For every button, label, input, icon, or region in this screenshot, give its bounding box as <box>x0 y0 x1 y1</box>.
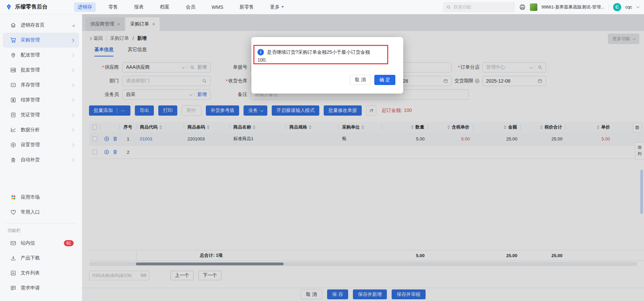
sidebar-item-tool-3[interactable]: 需求申请 <box>3 281 79 296</box>
logo-text: 乐檬零售后台 <box>15 3 48 11</box>
top-menu: 进销存零售报表档案会员WMS新零售更多 <box>74 2 288 12</box>
top-menu-item-5[interactable]: WMS <box>208 3 227 12</box>
divider <box>609 4 609 10</box>
chevron-right-icon <box>71 143 74 147</box>
wholesale-icon <box>10 67 16 73</box>
dialog-message: 是否继续订货?采购订单金额25小于最小订货金额 <box>267 48 370 56</box>
dialog-cancel-button[interactable]: 取 消 <box>350 75 371 85</box>
chevron-right-icon <box>71 53 74 57</box>
sidebar-item-label: 库存管理 <box>21 82 40 88</box>
sidebar-item-main-7[interactable]: 数据分析 <box>3 122 79 137</box>
search-input[interactable]: 搜索功能 <box>443 2 515 12</box>
inventory-icon <box>10 82 16 88</box>
delivery-icon <box>10 52 16 58</box>
user-avatar[interactable]: C <box>613 3 621 11</box>
sidebar-item-tool-1[interactable]: 产品下载 <box>3 251 79 266</box>
top-menu-item-1[interactable]: 零售 <box>105 2 122 12</box>
dialog-message-line2: 100. <box>257 56 384 64</box>
top-menu-item-3[interactable]: 档案 <box>156 2 173 12</box>
unread-badge: 61 <box>64 240 74 246</box>
sidebar-item-main-5[interactable]: 结算管理 <box>3 93 79 107</box>
sidebar-item-label: 常用入口 <box>21 209 40 215</box>
search-icon <box>446 5 451 10</box>
search-placeholder: 搜索功能 <box>453 4 471 10</box>
voucher-icon <box>10 112 16 118</box>
user-name[interactable]: cqc <box>625 4 632 10</box>
sidebar-item-main-2[interactable]: 配送管理 <box>3 48 79 63</box>
heart-icon <box>10 209 16 215</box>
info-icon: i <box>257 49 264 55</box>
chevron-right-icon <box>71 38 74 42</box>
sidebar-item-label: 批发管理 <box>21 67 40 73</box>
collapse-sidebar-icon[interactable]: « <box>72 22 74 28</box>
top-menu-item-7[interactable]: 更多 <box>266 2 288 12</box>
dialog-message-highlight: i 是否继续订货?采购订单金额25小于最小订货金额 100. <box>253 45 388 64</box>
sidebar-item-main-8[interactable]: 设置管理 <box>3 137 79 152</box>
chevron-right-icon <box>71 113 74 117</box>
tenant-name[interactable]: 99661-新界面果蔬版测试-管理... <box>541 4 605 10</box>
top-navbar: 乐檬零售后台 进销存零售报表档案会员WMS新零售更多 搜索功能 99661-新界… <box>0 0 644 14</box>
analytics-icon <box>10 127 16 133</box>
sidebar-item-label: 结算管理 <box>21 97 40 103</box>
sidebar-item-tool-0[interactable]: 站内信61 <box>3 236 79 251</box>
app-market-icon <box>10 194 16 200</box>
sidebar-item-main-6[interactable]: 凭证管理 <box>3 107 79 122</box>
chevron-right-icon <box>71 83 74 87</box>
caret-down-icon <box>281 6 284 9</box>
dialog-confirm-button[interactable]: 确 定 <box>374 75 395 85</box>
sidebar-item-label: 应用市场 <box>21 194 40 200</box>
settings-icon <box>10 142 16 148</box>
chevron-right-icon <box>71 98 74 102</box>
sidebar-item-tool-2[interactable]: 文件列表 <box>3 266 79 281</box>
tenant-avatar <box>530 3 537 11</box>
cart-icon <box>10 37 16 43</box>
sidebar-item-label: 自动补货 <box>21 157 40 163</box>
app-logo: 乐檬零售后台 <box>5 3 48 11</box>
sidebar-item-label: 设置管理 <box>21 142 40 148</box>
home-icon <box>10 22 16 28</box>
sidebar-divider <box>5 223 76 223</box>
chevron-right-icon <box>71 128 74 132</box>
file-list-icon <box>10 270 16 276</box>
replenish-icon <box>10 157 16 163</box>
download-icon <box>10 255 16 261</box>
settle-icon <box>10 97 16 103</box>
sidebar: 进销存首页«采购管理配送管理批发管理库存管理结算管理凭证管理数据分析设置管理自动… <box>0 14 82 301</box>
chevron-down-icon[interactable] <box>636 5 640 8</box>
mail-icon <box>10 240 16 246</box>
sidebar-item-label: 产品下载 <box>21 255 40 261</box>
sidebar-item-label: 采购管理 <box>21 37 40 43</box>
top-menu-item-4[interactable]: 会员 <box>182 2 199 12</box>
chevron-right-icon <box>71 158 74 162</box>
top-menu-item-0[interactable]: 进销存 <box>74 2 96 12</box>
sidebar-item-label: 需求申请 <box>21 285 40 291</box>
logo-icon <box>5 4 12 11</box>
sidebar-section-label: 功能栏 <box>0 225 82 236</box>
sidebar-item-quick-0[interactable]: 应用市场 <box>3 190 79 205</box>
sidebar-item-quick-1[interactable]: 常用入口 <box>3 205 79 220</box>
top-menu-item-6[interactable]: 新零售 <box>236 2 257 12</box>
sidebar-item-label: 文件列表 <box>21 270 40 276</box>
request-icon <box>10 285 16 291</box>
top-menu-item-2[interactable]: 报表 <box>130 2 147 12</box>
printer-icon[interactable] <box>519 4 526 11</box>
chevron-right-icon <box>71 68 74 72</box>
sidebar-item-label: 配送管理 <box>21 52 40 58</box>
sidebar-item-main-3[interactable]: 批发管理 <box>3 63 79 78</box>
sidebar-item-label: 进销存首页 <box>21 22 44 28</box>
sidebar-item-main-0[interactable]: 进销存首页« <box>3 18 79 33</box>
sidebar-item-label: 数据分析 <box>21 127 40 133</box>
sidebar-item-label: 凭证管理 <box>21 112 40 118</box>
sidebar-item-main-9[interactable]: 自动补货 <box>3 152 79 167</box>
main-area: 供应商管理×采购订单× 返回 采购订单 / 新增 更多功能 基本信息 其它信息 … <box>82 14 644 301</box>
confirm-dialog: i 是否继续订货?采购订单金额25小于最小订货金额 100. 取 消 确 定 <box>251 37 403 94</box>
sidebar-item-main-4[interactable]: 库存管理 <box>3 78 79 93</box>
navbar-right: 搜索功能 99661-新界面果蔬版测试-管理... C cqc <box>443 2 639 12</box>
sidebar-item-main-1[interactable]: 采购管理 <box>3 33 79 48</box>
sidebar-gap <box>0 167 82 190</box>
sidebar-item-label: 站内信 <box>21 240 35 246</box>
